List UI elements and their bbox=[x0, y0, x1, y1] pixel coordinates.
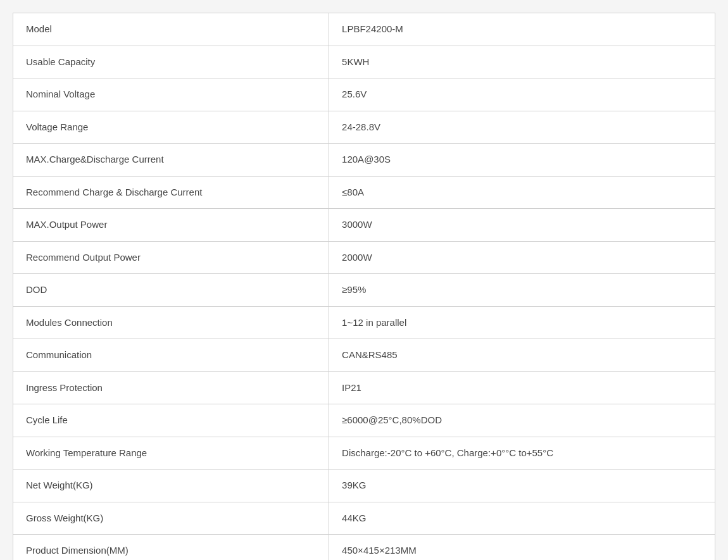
row-value: ≤80A bbox=[329, 176, 715, 209]
row-value: 39KG bbox=[329, 470, 715, 502]
row-value: 24-28.8V bbox=[329, 111, 715, 144]
row-value: 120A@30S bbox=[329, 144, 715, 177]
row-label: Recommend Output Power bbox=[13, 241, 329, 274]
row-value: 2000W bbox=[329, 241, 715, 274]
row-label: MAX.Output Power bbox=[13, 209, 329, 242]
row-value: 25.6V bbox=[329, 78, 715, 111]
row-label: Cycle Life bbox=[13, 404, 329, 437]
row-label: Gross Weight(KG) bbox=[13, 502, 329, 535]
row-value: CAN&RS485 bbox=[329, 339, 715, 372]
row-label: Product Dimension(MM) bbox=[13, 535, 329, 561]
table-row: Gross Weight(KG)44KG bbox=[13, 502, 715, 535]
row-value: IP21 bbox=[329, 371, 715, 404]
table-row: Net Weight(KG)39KG bbox=[13, 470, 715, 502]
row-label: MAX.Charge&Discharge Current bbox=[13, 144, 329, 177]
table-row: Nominal Voltage25.6V bbox=[13, 78, 715, 111]
table-row: MAX.Output Power3000W bbox=[13, 209, 715, 242]
row-label: Voltage Range bbox=[13, 111, 329, 144]
row-label: Communication bbox=[13, 339, 329, 372]
row-label: Modules Connection bbox=[13, 306, 329, 339]
table-row: Ingress ProtectionIP21 bbox=[13, 371, 715, 404]
row-value: ≥6000@25°C,80%DOD bbox=[329, 404, 715, 437]
table-row: MAX.Charge&Discharge Current120A@30S bbox=[13, 144, 715, 177]
table-row: DOD≥95% bbox=[13, 274, 715, 307]
row-label: DOD bbox=[13, 274, 329, 307]
row-label: Recommend Charge & Discharge Current bbox=[13, 176, 329, 209]
row-value: 5KWH bbox=[329, 46, 715, 78]
row-label: Net Weight(KG) bbox=[13, 470, 329, 502]
table-row: Modules Connection1~12 in parallel bbox=[13, 306, 715, 339]
row-value: ≥95% bbox=[329, 274, 715, 307]
row-value: 450×415×213MM bbox=[329, 535, 715, 561]
table-row: ModelLPBF24200-M bbox=[13, 13, 715, 46]
row-label: Working Temperature Range bbox=[13, 437, 329, 470]
table-row: Usable Capacity5KWH bbox=[13, 46, 715, 78]
table-row: Voltage Range24-28.8V bbox=[13, 111, 715, 144]
spec-table-container: ModelLPBF24200-MUsable Capacity5KWHNomin… bbox=[13, 13, 715, 560]
row-label: Usable Capacity bbox=[13, 46, 329, 78]
table-row: CommunicationCAN&RS485 bbox=[13, 339, 715, 372]
row-label: Ingress Protection bbox=[13, 371, 329, 404]
table-row: Cycle Life≥6000@25°C,80%DOD bbox=[13, 404, 715, 437]
row-label: Model bbox=[13, 13, 329, 46]
table-row: Product Dimension(MM)450×415×213MM bbox=[13, 535, 715, 561]
row-label: Nominal Voltage bbox=[13, 78, 329, 111]
row-value: 3000W bbox=[329, 209, 715, 242]
row-value: Discharge:-20°C to +60°C, Charge:+0°°C t… bbox=[329, 437, 715, 470]
spec-table: ModelLPBF24200-MUsable Capacity5KWHNomin… bbox=[13, 13, 715, 560]
table-row: Recommend Output Power2000W bbox=[13, 241, 715, 274]
row-value: LPBF24200-M bbox=[329, 13, 715, 46]
table-row: Recommend Charge & Discharge Current≤80A bbox=[13, 176, 715, 209]
row-value: 1~12 in parallel bbox=[329, 306, 715, 339]
row-value: 44KG bbox=[329, 502, 715, 535]
table-row: Working Temperature RangeDischarge:-20°C… bbox=[13, 437, 715, 470]
